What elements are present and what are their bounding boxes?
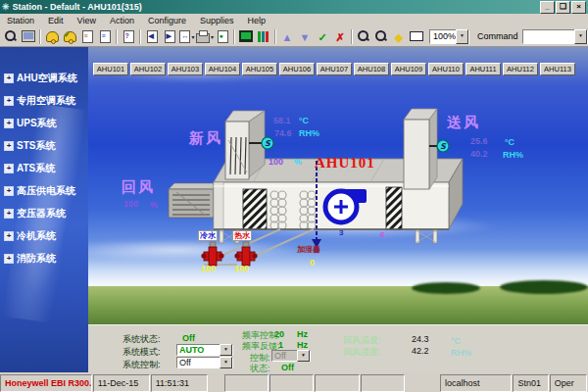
recall-page-dropdown-icon[interactable]: ▾ — [191, 33, 194, 40]
fan-status-value: 3 — [339, 228, 343, 237]
expand-icon[interactable]: + — [4, 119, 14, 128]
acknowledge-alarm-button[interactable]: ✓ — [61, 28, 78, 45]
freq-control-value: 20 — [274, 329, 284, 339]
system-mode-dropdown-icon[interactable]: ▼ — [220, 344, 232, 356]
toolbar-separator — [274, 29, 276, 44]
sidebar-item[interactable]: +变压器系统 — [4, 202, 88, 224]
expand-icon[interactable]: + — [4, 96, 14, 106]
hot-water-label: 热水 — [232, 230, 252, 241]
trend-button[interactable] — [255, 28, 272, 45]
cancel-button[interactable]: ✗ — [331, 28, 349, 45]
find-icon — [5, 30, 17, 42]
capture-button[interactable]: ● — [214, 28, 231, 45]
print-page-button[interactable]: ▾ — [196, 28, 214, 45]
sidebar-item-label: STS系统 — [17, 139, 55, 153]
menu-supplies[interactable]: Supplies — [193, 16, 241, 25]
help-button[interactable]: ? — [120, 28, 137, 45]
sidebar-item[interactable]: +AHU空调系统 — [4, 67, 88, 89]
sidebar-item-label: 消防系统 — [17, 252, 56, 266]
lower-button[interactable]: ▼ — [296, 28, 314, 45]
zoom-dropdown-icon[interactable]: ▼ — [456, 29, 468, 44]
vfd-control-dropdown-icon[interactable]: ▼ — [297, 350, 310, 362]
alarm-summary-button[interactable] — [43, 28, 61, 45]
statusbar-brand: Honeywell EBI R300.1 — [0, 374, 92, 392]
freq-control-unit: Hz — [297, 329, 308, 339]
expand-icon[interactable]: + — [4, 164, 14, 173]
sidebar-item[interactable]: +ATS系统 — [4, 157, 88, 179]
network-status-button[interactable] — [237, 28, 255, 45]
command-dropdown-icon[interactable]: ▼ — [574, 29, 587, 44]
expand-icon[interactable]: + — [4, 74, 14, 83]
view-3d-button[interactable]: ◆ — [390, 28, 408, 45]
system-control-dropdown-icon[interactable]: ▼ — [220, 357, 232, 368]
raise-icon: ▲ — [282, 27, 293, 45]
pan-button[interactable] — [355, 28, 372, 45]
supply-air-duct[interactable] — [404, 109, 437, 189]
system-control-label: 系统控制: — [122, 359, 161, 371]
vfd-control-value: Off — [274, 351, 286, 361]
menu-edit[interactable]: Edit — [41, 16, 71, 25]
find-button[interactable] — [2, 28, 20, 45]
return-temp-value: 24.3 — [412, 334, 429, 344]
sidebar-item-label: UPS系统 — [17, 117, 57, 130]
menu-view[interactable]: View — [71, 16, 103, 25]
page-back-button[interactable]: ◀ — [143, 28, 161, 45]
fresh-air-temp-unit: °C — [299, 116, 309, 125]
zoom-area-button[interactable] — [408, 28, 425, 45]
expand-icon[interactable]: + — [4, 209, 14, 219]
accept-icon: ✓ — [318, 27, 326, 45]
menu-help[interactable]: Help — [240, 16, 272, 25]
sidebar-item[interactable]: +UPS系统 — [4, 112, 88, 134]
hot-water-valve[interactable] — [234, 242, 257, 266]
station-window: ✳ Station - Default - AHU101(315) _ ❏ × … — [0, 0, 588, 392]
sidebar-item[interactable]: +高压供电系统 — [4, 179, 88, 202]
zoom-button[interactable] — [372, 28, 390, 45]
supply-air-label: 送风 — [447, 114, 480, 132]
alarm-page-button[interactable]: ≡ — [78, 28, 96, 45]
statusbar-blank-2 — [270, 374, 314, 392]
sidebar-item[interactable]: +STS系统 — [4, 134, 88, 157]
final-filter[interactable] — [386, 187, 402, 229]
recall-page-button[interactable]: ↔▾ — [178, 28, 196, 45]
command-input[interactable]: ▼ — [522, 29, 588, 44]
command-label: Command — [477, 31, 518, 41]
sidebar-item[interactable]: +消防系统 — [4, 247, 88, 270]
system-mode-select[interactable]: AUTO ▼ — [176, 344, 233, 356]
raise-button[interactable]: ▲ — [278, 28, 296, 45]
main-area: +AHU空调系统+专用空调系统+UPS系统+STS系统+ATS系统+高压供电系统… — [0, 47, 588, 372]
sidebar-item-label: 变压器系统 — [17, 207, 66, 220]
fresh-air-duct[interactable] — [225, 111, 265, 179]
menu-configure[interactable]: Configure — [141, 16, 193, 25]
accept-button[interactable]: ✓ — [314, 28, 331, 45]
expand-icon[interactable]: + — [4, 141, 14, 151]
return-temp-unit: °C — [451, 336, 461, 346]
alarm-page-icon: ≡ — [82, 30, 93, 43]
system-control-select[interactable]: Off ▼ — [176, 357, 233, 368]
sidebar-item[interactable]: +冷机系统 — [4, 224, 88, 247]
chilled-water-valve-position: 100 — [201, 264, 216, 273]
minimize-button[interactable]: _ — [540, 1, 555, 14]
return-air-duct[interactable] — [169, 183, 220, 218]
return-rh-unit: RH% — [451, 348, 471, 358]
statusbar-gap-1 — [209, 374, 223, 392]
filter-status-value: 6 — [380, 230, 384, 239]
menu-station[interactable]: Station — [0, 16, 41, 25]
return-rh-value: 42.2 — [412, 346, 429, 356]
sidebar-item-label: 冷机系统 — [17, 229, 56, 243]
zoom-combo[interactable]: 100% ▼ — [429, 29, 469, 44]
pre-filter[interactable] — [243, 189, 267, 229]
menu-action[interactable]: Action — [103, 16, 141, 25]
page-forward-button[interactable]: ▶ — [161, 28, 178, 45]
title-bar: ✳ Station - Default - AHU101(315) _ ❏ × — [0, 0, 588, 14]
sidebar-item[interactable]: +专用空调系统 — [4, 89, 88, 112]
chilled-water-valve[interactable] — [201, 242, 223, 266]
expand-icon[interactable]: + — [4, 231, 14, 241]
expand-icon[interactable]: + — [4, 186, 14, 196]
event-summary-button[interactable]: ≡ — [96, 28, 114, 45]
maximize-button[interactable]: ❏ — [556, 1, 570, 14]
close-button[interactable]: × — [571, 1, 586, 14]
display-select-button[interactable] — [20, 28, 37, 45]
vfd-control-select[interactable]: Off ▼ — [271, 350, 311, 362]
expand-icon[interactable]: + — [4, 254, 14, 264]
capture-icon: ● — [218, 30, 228, 43]
